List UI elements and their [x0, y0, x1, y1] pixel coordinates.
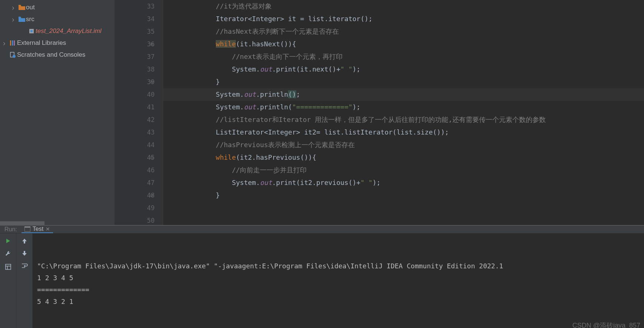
- output-line: "C:\Program Files\Java\jdk-17\bin\java.e…: [37, 260, 640, 272]
- line-number[interactable]: 46: [115, 164, 155, 176]
- line-number[interactable]: 42: [115, 113, 155, 126]
- run-icon[interactable]: [5, 238, 11, 244]
- svg-rect-2: [10, 40, 11, 46]
- code-line[interactable]: while(it.hasNext()){: [163, 38, 644, 50]
- line-number[interactable]: 50: [115, 214, 155, 225]
- svg-rect-1: [30, 30, 33, 32]
- fold-close-icon[interactable]: ⊟: [151, 189, 153, 202]
- line-number[interactable]: 43: [115, 126, 155, 139]
- folder-icon: [18, 5, 26, 10]
- svg-rect-3: [12, 40, 13, 46]
- tree-item-label: out: [26, 4, 35, 11]
- code-line[interactable]: System.out.print(it.next()+" ");: [163, 63, 644, 76]
- run-tab-label: Test: [33, 226, 43, 232]
- code-line[interactable]: while(it2.hasPrevious()){: [163, 151, 644, 164]
- line-number-gutter[interactable]: 33343536⊟373839⊟404142434445⊟464748⊟4950: [115, 0, 163, 225]
- code-line[interactable]: [163, 202, 644, 214]
- line-number[interactable]: 35: [115, 25, 155, 38]
- line-number[interactable]: 36⊟: [115, 38, 155, 50]
- line-number[interactable]: 33: [115, 0, 155, 13]
- close-icon[interactable]: ✕: [46, 226, 50, 232]
- code-line[interactable]: //hasNext表示判断下一个元素是否存在: [163, 25, 644, 38]
- code-line[interactable]: System.out.println();: [163, 88, 644, 101]
- terminal-icon: [24, 226, 30, 232]
- tree-item-test-2024-arraylist-iml[interactable]: test_2024_ArrayList.iml: [0, 25, 115, 37]
- tree-item-label: src: [26, 16, 34, 23]
- svg-rect-10: [6, 264, 11, 269]
- line-number[interactable]: 41: [115, 101, 155, 113]
- run-header: Run: Test ✕: [0, 226, 644, 233]
- output-line: =============: [37, 284, 640, 296]
- wrap-icon[interactable]: [21, 263, 28, 268]
- tree-item-label: External Libraries: [17, 39, 66, 47]
- down-arrow-icon[interactable]: [22, 251, 27, 256]
- folder-icon: [18, 17, 26, 22]
- chevron-right-icon[interactable]: ›: [12, 15, 18, 24]
- tree-item-label: test_2024_ArrayList.iml: [36, 27, 102, 35]
- code-area[interactable]: //it为迭代器对象 Iterator<Integer> it = list.i…: [163, 0, 644, 225]
- chevron-right-icon[interactable]: ›: [12, 3, 18, 12]
- code-line[interactable]: [163, 214, 644, 225]
- line-number[interactable]: 48⊟: [115, 189, 155, 202]
- code-line[interactable]: }: [163, 189, 644, 202]
- line-number[interactable]: 44: [115, 139, 155, 151]
- run-tool-window: Run: Test ✕: [0, 225, 644, 328]
- svg-rect-8: [24, 226, 30, 228]
- tree-item-scratches-and-consoles[interactable]: Scratches and Consoles: [0, 49, 115, 61]
- code-line[interactable]: System.out.print(it2.previous()+" ");: [163, 176, 644, 189]
- tree-item-external-libraries[interactable]: ›External Libraries: [0, 37, 115, 49]
- project-tree-sidebar: ›out›srctest_2024_ArrayList.iml›External…: [0, 0, 115, 225]
- fold-open-icon[interactable]: ⊟: [151, 151, 153, 164]
- line-number[interactable]: 39⊟: [115, 76, 155, 88]
- code-line[interactable]: //hasPrevious表示检测上一个元素是否存在: [163, 139, 644, 151]
- code-line[interactable]: //listIterator和Iterator 用法一样，但是多了一个从后往前打…: [163, 113, 644, 126]
- code-line[interactable]: ListIterator<Integer> it2= list.listIter…: [163, 126, 644, 139]
- run-panel-label: Run:: [0, 226, 22, 233]
- run-toolbar-left: [0, 233, 16, 328]
- code-line[interactable]: //next表示走向下一个元素，再打印: [163, 50, 644, 63]
- svg-point-6: [13, 55, 16, 58]
- code-editor[interactable]: 33343536⊟373839⊟404142434445⊟464748⊟4950…: [115, 0, 644, 225]
- svg-marker-9: [6, 239, 10, 243]
- chevron-right-icon[interactable]: ›: [3, 39, 9, 47]
- line-number[interactable]: 47: [115, 176, 155, 189]
- code-line[interactable]: //it为迭代器对象: [163, 0, 644, 13]
- line-number[interactable]: 49: [115, 202, 155, 214]
- line-number[interactable]: 40: [115, 88, 155, 101]
- tree-item-out[interactable]: ›out: [0, 1, 115, 13]
- run-output[interactable]: "C:\Program Files\Java\jdk-17\bin\java.e…: [33, 233, 644, 328]
- wrench-icon[interactable]: [5, 251, 11, 257]
- code-line[interactable]: Iterator<Integer> it = list.iterator();: [163, 13, 644, 25]
- output-line: 1 2 3 4 5: [37, 272, 640, 284]
- up-arrow-icon[interactable]: [22, 238, 27, 244]
- sidebar-scrollbar[interactable]: [0, 221, 115, 225]
- fold-close-icon[interactable]: ⊟: [151, 76, 153, 88]
- line-number[interactable]: 34: [115, 13, 155, 25]
- line-number[interactable]: 45⊟: [115, 151, 155, 164]
- libraries-icon: [9, 40, 17, 46]
- watermark: CSDN @添砖java_857: [572, 319, 640, 328]
- run-toolbar-nav: [16, 233, 33, 328]
- line-number[interactable]: 37: [115, 50, 155, 63]
- run-tab[interactable]: Test ✕: [22, 226, 53, 233]
- code-line[interactable]: }: [163, 76, 644, 88]
- code-line[interactable]: //向前走一一步并且打印: [163, 164, 644, 176]
- scratches-icon: [9, 52, 17, 58]
- output-line: 5 4 3 2 1: [37, 296, 640, 308]
- line-number[interactable]: 38: [115, 63, 155, 76]
- module-icon: [27, 28, 36, 34]
- svg-rect-4: [14, 40, 15, 46]
- tree-item-label: Scratches and Consoles: [17, 51, 85, 59]
- code-line[interactable]: System.out.println("=============");: [163, 101, 644, 113]
- fold-open-icon[interactable]: ⊟: [151, 38, 153, 50]
- tree-item-src[interactable]: ›src: [0, 13, 115, 25]
- layout-icon[interactable]: [5, 264, 11, 270]
